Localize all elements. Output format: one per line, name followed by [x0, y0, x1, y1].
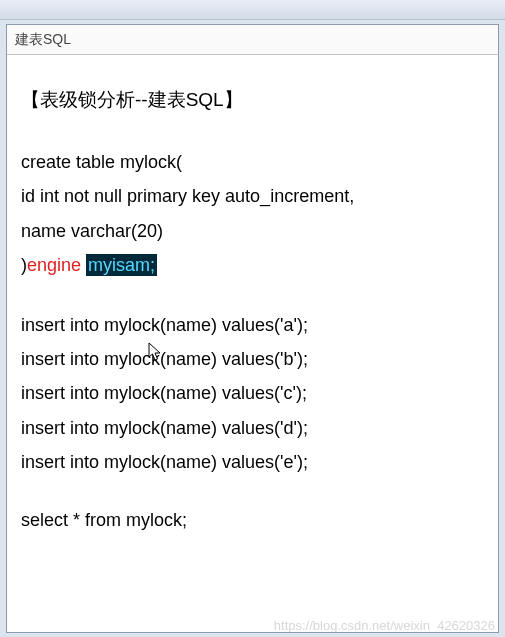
sql-line: select * from mylock;: [21, 503, 484, 537]
sql-line: insert into mylock(name) values('d');: [21, 411, 484, 445]
engine-keyword: engine: [27, 255, 86, 275]
engine-value-selected[interactable]: myisam;: [86, 254, 157, 276]
insert-block: insert into mylock(name) values('a'); in…: [21, 308, 484, 479]
editor-frame: 建表SQL 【表级锁分析--建表SQL】 create table mylock…: [6, 24, 499, 633]
sql-line-engine: )engine myisam;: [21, 248, 484, 282]
section-title: 【表级锁分析--建表SQL】: [21, 83, 484, 117]
sql-line: name varchar(20): [21, 214, 484, 248]
sql-line: insert into mylock(name) values('e');: [21, 445, 484, 479]
toolbar-strip: [0, 0, 505, 20]
editor-content[interactable]: 【表级锁分析--建表SQL】 create table mylock( id i…: [7, 55, 498, 547]
sql-line: create table mylock(: [21, 145, 484, 179]
tab-label[interactable]: 建表SQL: [15, 31, 71, 49]
select-block: select * from mylock;: [21, 503, 484, 537]
create-table-block: create table mylock( id int not null pri…: [21, 145, 484, 282]
tab-bar: 建表SQL: [7, 25, 498, 55]
sql-line: insert into mylock(name) values('c');: [21, 376, 484, 410]
sql-line: insert into mylock(name) values('a');: [21, 308, 484, 342]
watermark-text: https://blog.csdn.net/weixin_42620326: [274, 618, 495, 633]
sql-line: insert into mylock(name) values('b');: [21, 342, 484, 376]
sql-line: id int not null primary key auto_increme…: [21, 179, 484, 213]
